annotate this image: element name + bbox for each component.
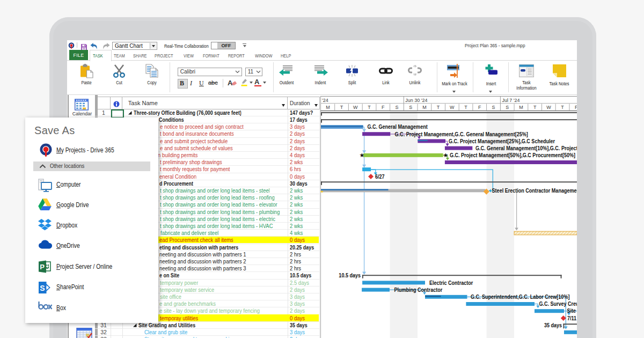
svg-text:S: S <box>40 283 45 292</box>
svg-text:G.C. General Management[10%],G: G.C. General Management[10%],G.C. Projec… <box>475 145 577 151</box>
svg-text:W: W <box>450 105 455 110</box>
svg-text:T: T <box>533 105 537 110</box>
svg-text:Jul 7 '24: Jul 7 '24 <box>502 98 519 103</box>
svg-text:Plumbing Contractor: Plumbing Contractor <box>394 286 442 293</box>
svg-text:6/27: 6/27 <box>375 173 385 180</box>
svg-text:M: M <box>519 105 523 110</box>
svg-text:Steel Erection Contractor Mana: Steel Erection Contractor Management,Ste… <box>492 187 577 194</box>
svg-text:★: ★ <box>443 152 449 159</box>
svg-text:S: S <box>395 105 398 110</box>
svg-text:Site: Site <box>567 308 576 314</box>
svg-text:P: P <box>40 263 45 271</box>
svg-text:M: M <box>422 105 426 110</box>
svg-text:M: M <box>326 105 330 110</box>
svg-text:T: T <box>464 105 467 110</box>
svg-text:T: T <box>368 105 371 110</box>
svg-text:T: T <box>340 105 343 110</box>
svg-text:10.5 days: 10.5 days <box>339 273 361 279</box>
svg-text:G.C. Project Management[25%],G: G.C. Project Management[25%],G.C Schedul… <box>449 138 555 144</box>
svg-text:G.C. Superintendent,G.C. Labor: G.C. Superintendent,G.C. Labor Crew[10%] <box>471 293 569 300</box>
svg-text:G.C. Survey Crew,Sewer: G.C. Survey Crew,Sewer <box>539 301 577 307</box>
svg-text:W: W <box>546 105 551 110</box>
svg-text:S: S <box>409 105 412 110</box>
svg-text:T: T <box>437 105 440 110</box>
svg-text:T: T <box>561 105 564 110</box>
svg-text:★: ★ <box>360 152 365 159</box>
svg-text:F: F <box>382 105 385 110</box>
svg-text:Jun 30 '24: Jun 30 '24 <box>405 98 427 103</box>
svg-text:F: F <box>575 105 577 110</box>
svg-text:S: S <box>492 105 495 110</box>
svg-text:G.C. Project Management[50%],G: G.C. Project Management[50%],G.C Procure… <box>450 152 575 158</box>
svg-text:7/11: 7/11 <box>567 315 577 321</box>
svg-text:G.C. General Management: G.C. General Management <box>367 124 428 130</box>
svg-text:G.C. Project Management,G.C. G: G.C. Project Management,G.C. General Man… <box>395 131 528 137</box>
svg-text:'24: '24 <box>322 98 328 103</box>
svg-text:F: F <box>478 105 481 110</box>
svg-text:W: W <box>353 105 358 110</box>
svg-text:35 days: 35 days <box>544 322 562 328</box>
svg-text:S: S <box>506 105 509 110</box>
svg-text:Electric Contractor: Electric Contractor <box>429 280 473 286</box>
